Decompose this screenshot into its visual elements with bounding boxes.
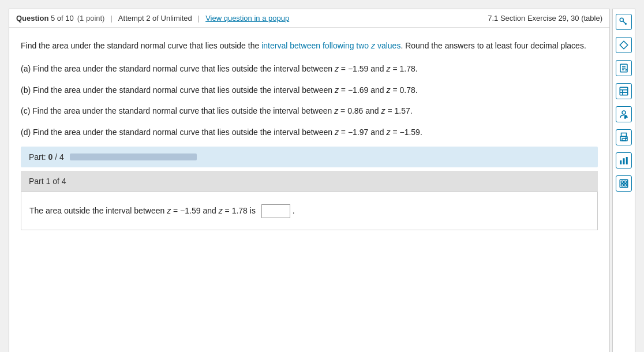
page-container: Question 5 of 10 (1 point) | Attempt 2 o…: [6, 6, 638, 352]
question-of: of 10: [57, 14, 74, 23]
part-separator: /: [55, 152, 59, 162]
section-ref: 7.1 Section Exercise 29, 30 (table): [488, 14, 602, 23]
part-progress-section: Part: 0 / 4: [21, 147, 598, 167]
print-icon[interactable]: [616, 129, 632, 145]
right-sidebar: +: [612, 9, 635, 352]
part-1-header-text: Part 1 of 4: [29, 177, 66, 186]
question-number: 5: [51, 14, 55, 23]
svg-rect-19: [623, 158, 625, 164]
svg-point-11: [622, 111, 626, 114]
view-popup-link[interactable]: View question in a popup: [205, 14, 289, 23]
table-icon[interactable]: [616, 83, 632, 99]
svg-rect-16: [622, 138, 626, 141]
separator-1: |: [110, 14, 112, 23]
sub-question-b: (b) Find the area under the standard nor…: [21, 84, 598, 96]
key-icon[interactable]: [616, 14, 632, 30]
svg-marker-1: [620, 41, 628, 49]
svg-point-0: [620, 18, 623, 21]
part-1-question-text: The area outside the interval between z …: [29, 204, 589, 218]
list-icon[interactable]: [616, 60, 632, 76]
svg-rect-18: [620, 160, 621, 164]
points-label: (1 point): [77, 14, 105, 23]
svg-rect-7: [620, 87, 628, 95]
question-info: Question 5 of 10: [16, 14, 74, 23]
chart-icon[interactable]: [616, 152, 632, 168]
sub-question-c: (c) Find the area under the standard nor…: [21, 104, 598, 117]
part-current: 0: [48, 152, 53, 162]
svg-rect-23: [624, 181, 627, 184]
svg-rect-25: [624, 184, 627, 186]
part-label: Part:: [29, 152, 46, 162]
image-icon[interactable]: [616, 175, 632, 192]
main-content: Question 5 of 10 (1 point) | Attempt 2 o…: [9, 9, 610, 352]
part-1-body: The area outside the interval between z …: [21, 192, 598, 230]
part-progress-label: Part: 0 / 4: [29, 152, 64, 162]
svg-rect-20: [626, 157, 628, 164]
answer-input-a[interactable]: [261, 204, 290, 218]
header-bar: Question 5 of 10 (1 point) | Attempt 2 o…: [9, 9, 609, 28]
attempt-info: Attempt 2 of Unlimited: [118, 14, 192, 23]
svg-rect-22: [621, 181, 624, 184]
person-icon[interactable]: +: [616, 106, 632, 122]
question-body: Find the area under the standard normal …: [9, 28, 609, 352]
diamond-icon[interactable]: [616, 37, 632, 53]
svg-rect-14: [621, 133, 627, 137]
separator-2: |: [198, 14, 200, 23]
svg-point-17: [626, 138, 627, 139]
period: .: [293, 206, 295, 215]
svg-rect-24: [621, 184, 624, 186]
part-total: 4: [59, 152, 64, 162]
sub-question-d: (d) Find the area under the standard nor…: [21, 126, 598, 138]
question-label: Question: [16, 14, 48, 23]
part-1-header: Part 1 of 4: [21, 171, 598, 192]
question-intro: Find the area under the standard normal …: [21, 39, 598, 52]
sub-question-a: (a) Find the area under the standard nor…: [21, 62, 598, 75]
highlight-interval: interval between following two z values: [261, 41, 400, 50]
progress-bar-track: [70, 153, 197, 160]
